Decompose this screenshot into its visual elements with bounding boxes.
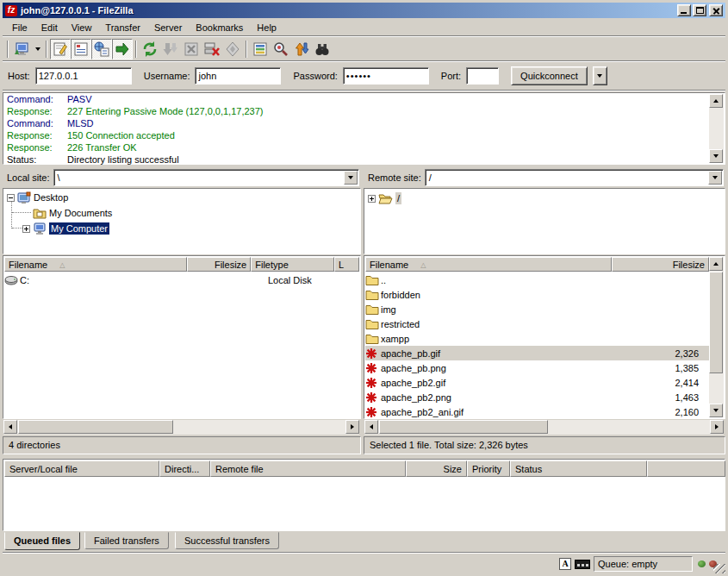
port-input[interactable]: [466, 67, 499, 85]
directory-comparison-button[interactable]: [271, 39, 291, 59]
local-treeview-icon: [72, 41, 90, 58]
toggle-message-log-button[interactable]: [50, 39, 71, 59]
find-files-button[interactable]: [312, 39, 333, 59]
scroll-right-button[interactable]: [345, 420, 359, 434]
local-site-dropdown[interactable]: [344, 171, 358, 185]
host-label: Host:: [8, 71, 30, 81]
tree-item-my-documents[interactable]: My Documents: [33, 205, 112, 221]
column-empty[interactable]: [647, 460, 725, 477]
directory-filter-button[interactable]: [250, 39, 271, 59]
quickconnect-dropdown[interactable]: [593, 66, 607, 85]
tree-item-my-computer[interactable]: My Computer: [22, 221, 109, 236]
scroll-down-button[interactable]: [709, 149, 723, 163]
minimize-button[interactable]: [677, 4, 691, 16]
remote-file-row[interactable]: apache_pb2.gif2,414: [365, 375, 709, 390]
scrollbar-thumb[interactable]: [18, 420, 173, 434]
resize-grip[interactable]: [713, 564, 725, 576]
scroll-right-button[interactable]: [710, 420, 724, 434]
log-scrollbar[interactable]: [709, 94, 724, 163]
menu-file[interactable]: File: [5, 21, 34, 34]
disconnect-button[interactable]: [202, 39, 222, 59]
scroll-left-button[interactable]: [364, 420, 378, 434]
filter-icon: [252, 41, 269, 58]
tree-item-desktop[interactable]: Desktop: [7, 190, 68, 205]
host-input[interactable]: [35, 67, 132, 85]
remote-dir-row[interactable]: ..: [365, 272, 709, 287]
refresh-button[interactable]: [140, 39, 160, 59]
toolbar: [3, 37, 725, 60]
scroll-up-button[interactable]: [709, 257, 723, 271]
column-priority[interactable]: Priority: [467, 460, 510, 477]
remote-site-dropdown[interactable]: [708, 171, 722, 185]
remote-dir-row[interactable]: forbidden: [365, 287, 709, 302]
synchronized-browsing-button[interactable]: [291, 39, 312, 59]
expand-icon[interactable]: [368, 195, 376, 203]
desktop-icon: [17, 191, 31, 204]
menu-help[interactable]: Help: [250, 21, 283, 34]
remote-dir-row[interactable]: restricted: [365, 316, 709, 331]
column-remote-file[interactable]: Remote file: [210, 460, 406, 477]
menubar: File Edit View Transfer Server Bookmarks…: [3, 19, 725, 35]
column-server-local-file[interactable]: Server/Local file: [4, 460, 159, 477]
remote-file-row[interactable]: apache_pb.png1,385: [365, 360, 709, 375]
close-button[interactable]: [709, 4, 723, 16]
titlebar[interactable]: fz john@127.0.0.1 - FileZilla: [3, 3, 725, 18]
triangle-down-icon: [713, 409, 719, 412]
remote-horizontal-scrollbar[interactable]: [364, 420, 724, 435]
toolbar-separator: [46, 41, 47, 58]
column-status[interactable]: Status: [510, 460, 647, 477]
quickconnect-button[interactable]: Quickconnect: [511, 66, 588, 85]
local-site-combo[interactable]: \: [53, 169, 359, 186]
menu-view[interactable]: View: [65, 21, 99, 34]
scroll-down-button[interactable]: [709, 404, 723, 417]
remote-dir-row[interactable]: xampp: [365, 331, 709, 346]
tab-failed-transfers[interactable]: Failed transfers: [84, 532, 169, 549]
site-manager-dropdown[interactable]: [32, 40, 43, 59]
toggle-queue-view-button[interactable]: [112, 39, 133, 59]
remote-file-row[interactable]: apache_pb2_ani.gif2,160: [365, 404, 709, 419]
disconnect-icon: [203, 41, 221, 58]
password-label: Password:: [293, 71, 337, 81]
tab-successful-transfers[interactable]: Successful transfers: [175, 532, 279, 549]
toggle-remote-treeview-button[interactable]: [91, 39, 112, 59]
menu-edit[interactable]: Edit: [34, 21, 65, 34]
column-last-modified[interactable]: L: [334, 257, 359, 272]
toggle-local-treeview-button[interactable]: [71, 39, 91, 59]
remote-file-row[interactable]: apache_pb2.png1,463: [365, 390, 709, 404]
column-filesize[interactable]: Filesize: [187, 257, 251, 272]
tree-item-root[interactable]: /: [368, 191, 401, 206]
app-icon: fz: [5, 5, 17, 16]
menu-server[interactable]: Server: [147, 21, 189, 34]
username-input[interactable]: [195, 67, 281, 85]
column-filesize[interactable]: Filesize: [612, 257, 709, 272]
scrollbar-thumb[interactable]: [379, 420, 548, 434]
menu-transfer[interactable]: Transfer: [98, 21, 147, 34]
local-list-header: Filename△ Filesize Filetype L: [4, 257, 359, 272]
cancel-button[interactable]: [181, 39, 202, 59]
column-size[interactable]: Size: [406, 460, 467, 477]
divider: [3, 90, 725, 91]
tab-queued-files[interactable]: Queued files: [4, 532, 80, 550]
password-input[interactable]: [343, 67, 429, 85]
scroll-up-button[interactable]: [709, 94, 723, 108]
collapse-icon[interactable]: [7, 194, 15, 202]
scroll-left-button[interactable]: [3, 420, 17, 434]
expand-icon[interactable]: [22, 225, 30, 233]
column-filetype[interactable]: Filetype: [251, 257, 334, 272]
column-filename[interactable]: Filename△: [365, 257, 612, 272]
menu-bookmarks[interactable]: Bookmarks: [189, 21, 250, 34]
remote-vertical-scrollbar[interactable]: [709, 257, 724, 417]
local-horizontal-scrollbar[interactable]: [3, 420, 359, 435]
reconnect-button[interactable]: [222, 39, 243, 59]
remote-dir-row[interactable]: img: [365, 302, 709, 316]
column-filename[interactable]: Filename△: [4, 257, 187, 272]
column-direction[interactable]: Directi...: [159, 460, 210, 477]
site-manager-button[interactable]: [11, 39, 32, 59]
maximize-button[interactable]: [693, 4, 706, 16]
minimize-icon: [681, 12, 687, 14]
local-file-row[interactable]: C: Local Disk: [4, 272, 359, 287]
process-queue-button[interactable]: [160, 39, 181, 59]
remote-file-row-selected[interactable]: apache_pb.gif2,326: [365, 346, 709, 360]
remote-site-combo[interactable]: /: [425, 169, 724, 186]
scrollbar-thumb[interactable]: [709, 272, 723, 373]
